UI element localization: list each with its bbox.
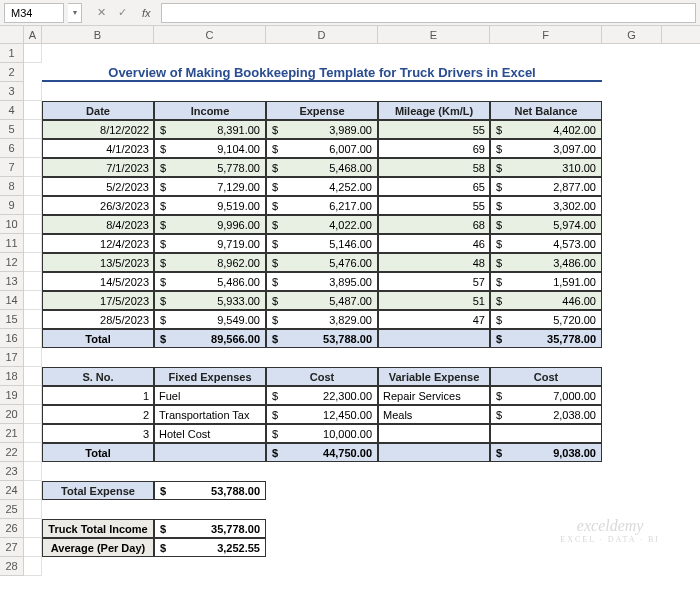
expense-cell[interactable]: $3,989.00	[266, 120, 378, 139]
income-cell[interactable]: $8,391.00	[154, 120, 266, 139]
expense-cell[interactable]: $5,468.00	[266, 158, 378, 177]
row-header[interactable]: 19	[0, 386, 24, 405]
row-header[interactable]: 12	[0, 253, 24, 272]
col-header-g[interactable]: G	[602, 26, 662, 43]
net-cell[interactable]: $1,591.00	[490, 272, 602, 291]
variable-cell[interactable]: Meals	[378, 405, 490, 424]
name-box-dropdown[interactable]: ▾	[68, 3, 82, 23]
fcost-cell[interactable]: $12,450.00	[266, 405, 378, 424]
net-cell[interactable]: $4,573.00	[490, 234, 602, 253]
date-cell[interactable]: 12/4/2023	[42, 234, 154, 253]
income-cell[interactable]: $9,519.00	[154, 196, 266, 215]
mileage-cell[interactable]: 69	[378, 139, 490, 158]
income-cell[interactable]: $5,778.00	[154, 158, 266, 177]
net-cell[interactable]: $5,720.00	[490, 310, 602, 329]
mileage-cell[interactable]: 65	[378, 177, 490, 196]
col-header-b[interactable]: B	[42, 26, 154, 43]
expense-cell[interactable]: $4,022.00	[266, 215, 378, 234]
row-header[interactable]: 15	[0, 310, 24, 329]
fcost-cell[interactable]: $22,300.00	[266, 386, 378, 405]
mileage-cell[interactable]: 47	[378, 310, 490, 329]
income-cell[interactable]: $5,933.00	[154, 291, 266, 310]
expense-cell[interactable]: $3,895.00	[266, 272, 378, 291]
fixed-cell[interactable]: Hotel Cost	[154, 424, 266, 443]
row-header[interactable]: 26	[0, 519, 24, 538]
col-header-d[interactable]: D	[266, 26, 378, 43]
date-cell[interactable]: 17/5/2023	[42, 291, 154, 310]
mileage-cell[interactable]: 55	[378, 196, 490, 215]
mileage-cell[interactable]: 48	[378, 253, 490, 272]
date-cell[interactable]: 8/12/2022	[42, 120, 154, 139]
row-header[interactable]: 3	[0, 82, 24, 101]
income-cell[interactable]: $7,129.00	[154, 177, 266, 196]
date-cell[interactable]: 13/5/2023	[42, 253, 154, 272]
row-header[interactable]: 18	[0, 367, 24, 386]
date-cell[interactable]: 28/5/2023	[42, 310, 154, 329]
expense-cell[interactable]: $5,487.00	[266, 291, 378, 310]
row-header[interactable]: 2	[0, 63, 24, 82]
row-header[interactable]: 9	[0, 196, 24, 215]
income-cell[interactable]: $9,996.00	[154, 215, 266, 234]
net-cell[interactable]: $4,402.00	[490, 120, 602, 139]
mileage-cell[interactable]: 68	[378, 215, 490, 234]
net-cell[interactable]: $3,097.00	[490, 139, 602, 158]
mileage-cell[interactable]: 46	[378, 234, 490, 253]
variable-cell[interactable]: Repair Services	[378, 386, 490, 405]
row-header[interactable]: 23	[0, 462, 24, 481]
date-cell[interactable]: 14/5/2023	[42, 272, 154, 291]
date-cell[interactable]: 7/1/2023	[42, 158, 154, 177]
vcost-cell[interactable]: $2,038.00	[490, 405, 602, 424]
income-cell[interactable]: $9,719.00	[154, 234, 266, 253]
income-cell[interactable]: $5,486.00	[154, 272, 266, 291]
row-header[interactable]: 6	[0, 139, 24, 158]
vcost-cell[interactable]: $7,000.00	[490, 386, 602, 405]
net-cell[interactable]: $446.00	[490, 291, 602, 310]
col-header-c[interactable]: C	[154, 26, 266, 43]
income-cell[interactable]: $9,104.00	[154, 139, 266, 158]
row-header[interactable]: 24	[0, 481, 24, 500]
row-header[interactable]: 11	[0, 234, 24, 253]
expense-cell[interactable]: $6,217.00	[266, 196, 378, 215]
confirm-icon[interactable]: ✓	[115, 6, 130, 19]
fcost-cell[interactable]: $10,000.00	[266, 424, 378, 443]
mileage-cell[interactable]: 58	[378, 158, 490, 177]
income-cell[interactable]: $9,549.00	[154, 310, 266, 329]
net-cell[interactable]: $2,877.00	[490, 177, 602, 196]
row-header[interactable]: 5	[0, 120, 24, 139]
row-header[interactable]: 13	[0, 272, 24, 291]
row-header[interactable]: 14	[0, 291, 24, 310]
select-all-corner[interactable]	[0, 26, 24, 43]
sno-cell[interactable]: 2	[42, 405, 154, 424]
row-header[interactable]: 1	[0, 44, 24, 63]
mileage-cell[interactable]: 55	[378, 120, 490, 139]
mileage-cell[interactable]: 57	[378, 272, 490, 291]
sno-cell[interactable]: 1	[42, 386, 154, 405]
col-header-a[interactable]: A	[24, 26, 42, 43]
vcost-cell[interactable]	[490, 424, 602, 443]
variable-cell[interactable]	[378, 424, 490, 443]
row-header[interactable]: 4	[0, 101, 24, 120]
date-cell[interactable]: 5/2/2023	[42, 177, 154, 196]
cancel-icon[interactable]: ✕	[94, 6, 109, 19]
net-cell[interactable]: $5,974.00	[490, 215, 602, 234]
row-header[interactable]: 20	[0, 405, 24, 424]
expense-cell[interactable]: $4,252.00	[266, 177, 378, 196]
mileage-cell[interactable]: 51	[378, 291, 490, 310]
row-header[interactable]: 10	[0, 215, 24, 234]
expense-cell[interactable]: $5,146.00	[266, 234, 378, 253]
row-header[interactable]: 27	[0, 538, 24, 557]
sno-cell[interactable]: 3	[42, 424, 154, 443]
expense-cell[interactable]: $6,007.00	[266, 139, 378, 158]
row-header[interactable]: 21	[0, 424, 24, 443]
expense-cell[interactable]: $3,829.00	[266, 310, 378, 329]
expense-cell[interactable]: $5,476.00	[266, 253, 378, 272]
date-cell[interactable]: 26/3/2023	[42, 196, 154, 215]
fixed-cell[interactable]: Transportation Tax	[154, 405, 266, 424]
date-cell[interactable]: 8/4/2023	[42, 215, 154, 234]
row-header[interactable]: 22	[0, 443, 24, 462]
row-header[interactable]: 17	[0, 348, 24, 367]
col-header-e[interactable]: E	[378, 26, 490, 43]
formula-input[interactable]	[161, 3, 696, 23]
fixed-cell[interactable]: Fuel	[154, 386, 266, 405]
net-cell[interactable]: $3,486.00	[490, 253, 602, 272]
